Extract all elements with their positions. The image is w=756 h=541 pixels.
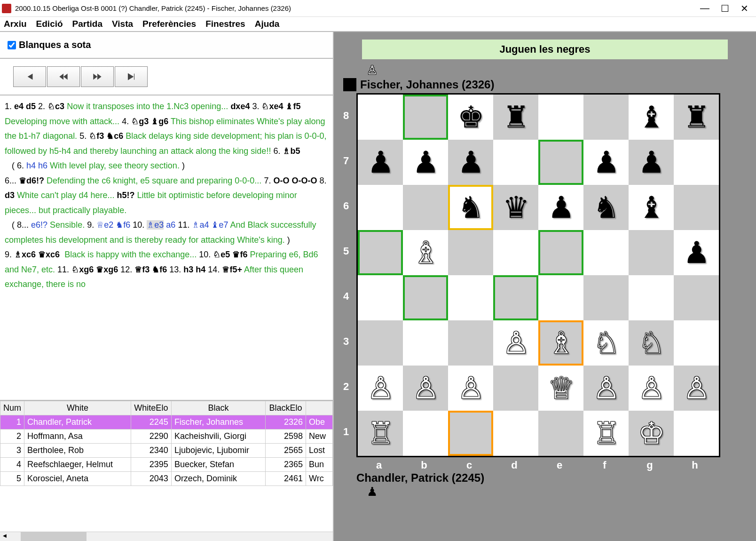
square-b5[interactable]: ♗ [403,230,448,275]
square-h3[interactable] [674,320,719,366]
square-c1[interactable] [448,411,493,456]
piece[interactable]: ♟ [638,145,665,180]
square-f5[interactable] [583,230,629,275]
piece[interactable]: ♙ [638,371,665,406]
piece[interactable]: ♙ [593,371,620,406]
square-f6[interactable]: ♞ [583,185,629,230]
col-white[interactable]: White [24,401,131,415]
minimize-button[interactable]: — [700,3,709,14]
piece[interactable]: ♞ [593,190,620,225]
square-b4[interactable] [403,275,448,320]
menu-preferències[interactable]: Preferències [142,19,196,29]
white-bottom-option[interactable]: Blanques a sota [8,40,325,50]
square-d7[interactable] [493,140,538,185]
piece[interactable]: ♕ [548,371,575,406]
square-g6[interactable]: ♝ [629,185,674,230]
square-c3[interactable] [448,320,493,366]
square-h4[interactable] [674,275,719,320]
square-g7[interactable]: ♟ [629,140,674,185]
prev-move-button[interactable] [47,66,80,87]
square-a7[interactable]: ♟ [358,140,403,185]
piece[interactable]: ♘ [638,326,665,360]
piece[interactable]: ♟ [412,145,439,180]
piece[interactable]: ♟ [593,145,620,180]
square-e2[interactable]: ♕ [538,366,583,411]
piece[interactable]: ♝ [638,100,665,135]
square-b8[interactable] [403,95,448,140]
square-c6[interactable]: ♞ [448,185,493,230]
square-h6[interactable] [674,185,719,230]
square-b7[interactable]: ♟ [403,140,448,185]
piece[interactable]: ♟ [457,145,484,180]
piece[interactable]: ♙ [412,371,439,406]
piece[interactable]: ♘ [593,326,620,360]
close-button[interactable]: ✕ [740,3,748,14]
square-d5[interactable] [493,230,538,275]
piece[interactable]: ♟ [367,145,394,180]
chess-board[interactable]: ♚♜♝♜♟♟♟♟♟♞♛♟♞♝♗♟♙♗♘♘♙♙♙♕♙♙♙♖♖♔ [356,93,720,457]
col-black[interactable]: Black [171,401,265,415]
square-e4[interactable] [538,275,583,320]
square-g8[interactable]: ♝ [629,95,674,140]
square-h8[interactable]: ♜ [674,95,719,140]
square-g3[interactable]: ♘ [629,320,674,366]
piece[interactable]: ♙ [367,371,394,406]
piece[interactable]: ♝ [638,190,665,225]
square-f1[interactable]: ♖ [583,411,629,456]
col-blackelo[interactable]: BlackElo [265,401,306,415]
piece[interactable]: ♜ [503,100,529,135]
square-a8[interactable] [358,95,403,140]
white-bottom-checkbox[interactable] [8,41,16,49]
menu-finestres[interactable]: Finestres [205,19,245,29]
square-g1[interactable]: ♔ [629,411,674,456]
square-h5[interactable]: ♟ [674,230,719,275]
square-c4[interactable] [448,275,493,320]
menu-vista[interactable]: Vista [112,19,133,29]
piece[interactable]: ♗ [548,326,575,360]
piece[interactable]: ♙ [683,371,710,406]
square-c2[interactable]: ♙ [448,366,493,411]
menu-edició[interactable]: Edició [36,19,63,29]
piece[interactable]: ♟ [683,235,710,270]
game-table[interactable]: NumWhiteWhiteEloBlackBlackElo 1Chandler,… [0,401,333,486]
piece[interactable]: ♛ [503,190,529,225]
square-c5[interactable] [448,230,493,275]
square-d1[interactable] [493,411,538,456]
square-a6[interactable] [358,185,403,230]
square-h2[interactable]: ♙ [674,366,719,411]
piece[interactable]: ♔ [638,416,665,451]
menu-arxiu[interactable]: Arxiu [4,19,27,29]
square-a4[interactable] [358,275,403,320]
square-f4[interactable] [583,275,629,320]
piece[interactable]: ♞ [457,190,484,225]
menu-ajuda[interactable]: Ajuda [255,19,280,29]
square-d3[interactable]: ♙ [493,320,538,366]
maximize-button[interactable]: ☐ [721,3,729,14]
move-notation[interactable]: 1. e4 d5 2. ♘c3 Now it transposes into t… [0,95,333,400]
first-move-button[interactable] [13,66,46,87]
square-b6[interactable] [403,185,448,230]
piece[interactable]: ♜ [683,100,710,135]
game-list-scrollbar[interactable]: ◄ [0,532,333,541]
square-h1[interactable] [674,411,719,456]
game-row[interactable]: 4Reefschlaeger, Helmut2395Buecker, Stefa… [0,458,333,472]
next-move-button[interactable] [81,66,114,87]
square-e1[interactable] [538,411,583,456]
square-f3[interactable]: ♘ [583,320,629,366]
game-row[interactable]: 5Korosciel, Aneta2043Orzech, Dominik2461… [0,472,333,486]
last-move-button[interactable] [115,66,148,87]
square-g4[interactable] [629,275,674,320]
square-e6[interactable]: ♟ [538,185,583,230]
square-f8[interactable] [583,95,629,140]
square-g5[interactable] [629,230,674,275]
col-[interactable] [306,401,332,415]
square-b3[interactable] [403,320,448,366]
col-whiteelo[interactable]: WhiteElo [131,401,171,415]
square-f2[interactable]: ♙ [583,366,629,411]
piece[interactable]: ♙ [503,326,529,360]
square-a3[interactable] [358,320,403,366]
square-a2[interactable]: ♙ [358,366,403,411]
piece[interactable]: ♚ [457,100,484,135]
square-a1[interactable]: ♖ [358,411,403,456]
square-d8[interactable]: ♜ [493,95,538,140]
